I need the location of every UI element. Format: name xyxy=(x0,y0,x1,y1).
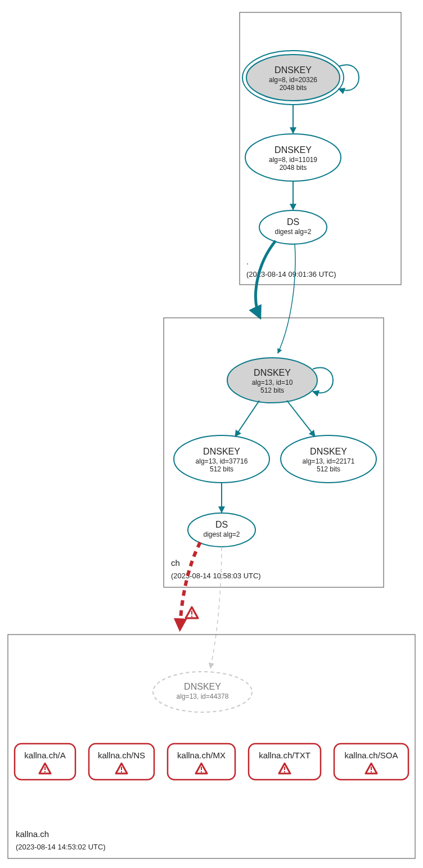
edge-self-root-ksk xyxy=(339,65,359,91)
node-label: DNSKEY xyxy=(254,368,291,377)
edge-chds-to-kdnskey xyxy=(210,547,222,668)
node-detail: 512 bits xyxy=(317,465,340,473)
rr-label: kallna.ch/NS xyxy=(98,750,145,760)
edge-chksk-zsk2 xyxy=(287,401,315,437)
node-detail: alg=13, id=37716 xyxy=(196,457,248,465)
zone-ch-ts: (2023-08-14 10:58:03 UTC) xyxy=(171,572,261,580)
node-label: DNSKEY xyxy=(310,447,347,456)
rrset-a[interactable]: kallna.ch/A xyxy=(15,744,75,780)
rr-label: kallna.ch/TXT xyxy=(259,750,310,760)
rrset-soa[interactable]: kallna.ch/SOA xyxy=(334,744,408,780)
node-ch-ksk[interactable]: DNSKEY alg=13, id=10 512 bits xyxy=(227,358,317,403)
edge-rootds-to-chksk xyxy=(278,244,295,353)
node-kallna-dnskey[interactable]: DNSKEY alg=13, id=44378 xyxy=(153,672,252,712)
node-root-ksk[interactable]: DNSKEY alg=8, id=20326 2048 bits xyxy=(242,51,344,105)
node-root-ds[interactable]: DS digest alg=2 xyxy=(259,210,327,244)
node-label: DNSKEY xyxy=(274,145,312,155)
node-ch-ds[interactable]: DS digest alg=2 xyxy=(188,513,255,547)
rrset-txt[interactable]: kallna.ch/TXT xyxy=(249,744,321,780)
zone-ch: ch (2023-08-14 10:58:03 UTC) DNSKEY alg=… xyxy=(164,318,384,587)
warning-icon xyxy=(186,607,198,618)
zone-kallna: kallna.ch (2023-08-14 14:53:02 UTC) DNSK… xyxy=(8,635,415,858)
node-detail: alg=13, id=44378 xyxy=(177,692,229,700)
rrset-mx[interactable]: kallna.ch/MX xyxy=(168,744,235,780)
node-ch-zsk1[interactable]: DNSKEY alg=13, id=37716 512 bits xyxy=(174,435,269,483)
node-detail: digest alg=2 xyxy=(274,228,311,236)
node-label: DS xyxy=(287,217,299,227)
node-label: DNSKEY xyxy=(203,447,240,456)
node-detail: alg=8, id=11019 xyxy=(269,156,317,164)
edge-root-to-ch-box xyxy=(256,241,276,317)
node-detail: 512 bits xyxy=(260,386,284,394)
svg-point-11 xyxy=(188,513,255,547)
rrset-ns[interactable]: kallna.ch/NS xyxy=(89,744,154,780)
svg-point-6 xyxy=(259,210,327,244)
node-label: DNSKEY xyxy=(274,65,312,75)
node-detail: digest alg=2 xyxy=(203,530,240,538)
zone-kallna-name: kallna.ch xyxy=(16,829,49,839)
node-label: DNSKEY xyxy=(184,682,221,691)
node-detail: 512 bits xyxy=(210,465,233,473)
rr-label: kallna.ch/MX xyxy=(177,750,226,760)
node-ch-zsk2[interactable]: DNSKEY alg=13, id=22171 512 bits xyxy=(281,435,376,483)
zone-root-name: . xyxy=(246,257,249,266)
node-detail: 2048 bits xyxy=(280,84,307,92)
rr-label: kallna.ch/A xyxy=(24,750,65,760)
node-detail: alg=13, id=22171 xyxy=(303,457,355,465)
svg-point-13 xyxy=(153,672,252,712)
edge-chksk-zsk1 xyxy=(235,401,259,437)
node-detail: alg=13, id=10 xyxy=(252,379,293,386)
node-detail: alg=8, id=20326 xyxy=(269,76,317,84)
node-detail: 2048 bits xyxy=(280,164,307,172)
zone-ch-name: ch xyxy=(171,558,180,568)
zone-root: . (2023-08-14 09:01:36 UTC) DNSKEY alg=8… xyxy=(240,12,401,285)
node-root-zsk[interactable]: DNSKEY alg=8, id=11019 2048 bits xyxy=(245,134,341,181)
zone-kallna-ts: (2023-08-14 14:53:02 UTC) xyxy=(16,843,106,851)
node-label: DS xyxy=(215,520,228,529)
rr-label: kallna.ch/SOA xyxy=(344,750,398,760)
